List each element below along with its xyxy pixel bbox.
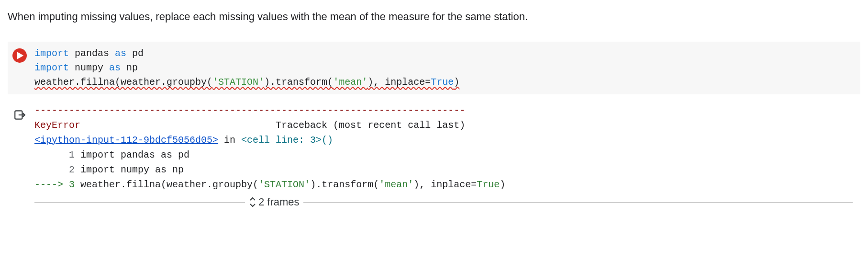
code-token: True xyxy=(431,77,454,88)
tb-paren: () xyxy=(322,135,333,146)
lineno: 2 xyxy=(34,164,80,175)
run-error-button[interactable] xyxy=(12,48,27,63)
code-token: import xyxy=(34,62,69,73)
tb-code: weather.fillna(weather.groupby( xyxy=(80,179,258,190)
tb-code: import numpy as np xyxy=(80,164,184,175)
expand-icon xyxy=(249,197,256,207)
tb-in: in xyxy=(218,135,241,146)
code-token: pd xyxy=(126,48,144,59)
code-token: ), inplace= xyxy=(367,77,431,88)
tb-code: ) xyxy=(500,179,505,190)
code-token: import xyxy=(34,48,69,59)
tb-code: import pandas as pd xyxy=(80,149,189,160)
code-token: numpy xyxy=(69,62,109,73)
tb-code: True xyxy=(477,179,500,190)
code-token: 'STATION' xyxy=(212,77,264,88)
lineno: 1 xyxy=(34,149,80,160)
code-token: np xyxy=(121,62,138,73)
frames-toggle[interactable]: 2 frames xyxy=(249,196,300,208)
code-token: as xyxy=(109,62,121,73)
tb-code: ), inplace= xyxy=(413,179,477,190)
code-token: as xyxy=(115,48,126,59)
tb-location: <cell line: 3> xyxy=(241,135,322,146)
output-cell: ----------------------------------------… xyxy=(8,103,860,192)
traceback-ref-link[interactable]: <ipython-input-112-9bdcf5056d05> xyxy=(34,135,218,146)
code-token: ) xyxy=(454,77,459,88)
code-token: 'mean' xyxy=(333,77,367,88)
markdown-text: When imputing missing values, replace ea… xyxy=(8,9,860,24)
code-cell: import pandas as pd import numpy as np w… xyxy=(8,42,860,94)
output-indicator-icon[interactable] xyxy=(12,108,27,122)
traceback-label: Traceback (most recent call last) xyxy=(276,120,465,131)
tb-code: 'mean' xyxy=(379,179,413,190)
frames-label: 2 frames xyxy=(258,196,300,208)
code-input[interactable]: import pandas as pd import numpy as np w… xyxy=(34,46,459,90)
output-arrow-icon xyxy=(13,109,26,121)
code-token: ).transform( xyxy=(264,77,333,88)
divider-line xyxy=(34,202,245,203)
tb-spacer xyxy=(80,120,276,131)
lineno: 3 xyxy=(69,179,80,190)
traceback-output: ----------------------------------------… xyxy=(34,103,505,192)
svg-marker-0 xyxy=(17,52,23,59)
divider-line xyxy=(303,202,853,203)
code-token: pandas xyxy=(69,48,115,59)
frames-divider: 2 frames xyxy=(8,196,860,208)
tb-code: ).transform( xyxy=(310,179,379,190)
play-icon xyxy=(17,52,23,59)
traceback-separator: ----------------------------------------… xyxy=(34,105,465,116)
code-token: weather.fillna(weather.groupby( xyxy=(34,77,212,88)
error-name: KeyError xyxy=(34,120,80,131)
error-arrow: ----> xyxy=(34,179,69,190)
tb-code: 'STATION' xyxy=(258,179,310,190)
